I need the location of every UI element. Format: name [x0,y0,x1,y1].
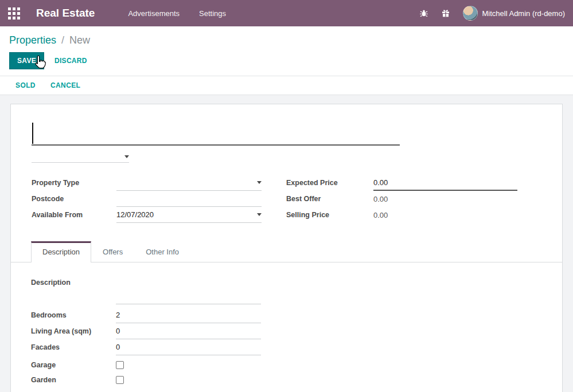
best-offer-label: Best Offer [286,195,373,203]
tab-bar: Description Offers Other Info [11,241,562,262]
garden-checkbox[interactable] [116,376,124,384]
field-row-garden: Garden [31,373,542,387]
facades-value: 0 [116,343,120,351]
breadcrumb: Properties / New [9,34,564,46]
best-offer-text: 0.00 [373,195,388,203]
selling-price-label: Selling Price [286,211,373,219]
sold-button[interactable]: SOLD [15,79,36,92]
garage-label: Garage [31,361,116,369]
tab-other-info[interactable]: Other Info [134,241,190,262]
facades-input[interactable]: 0 [116,339,261,355]
avatar [463,6,478,21]
gift-icon[interactable] [441,9,450,18]
top-menu: Advertisements Settings [127,7,227,20]
app-window: Real Estate Advertisements Settings [0,0,573,392]
menu-settings[interactable]: Settings [198,7,227,20]
garage-checkbox[interactable] [116,361,124,369]
bedrooms-label: Bedrooms [31,311,116,319]
selling-price-value: 0.00 [373,207,517,223]
breadcrumb-new: New [69,34,90,46]
control-panel-buttons: SAVE DISCARD [9,52,564,69]
field-row-postcode: Postcode [32,191,286,207]
garden-area-input[interactable]: 0 [116,387,261,392]
postcode-input[interactable] [116,191,262,207]
field-row-garage: Garage [31,358,542,373]
tab-offers[interactable]: Offers [91,241,134,262]
notebook: Description Offers Other Info Descriptio… [11,241,562,392]
top-navbar: Real Estate Advertisements Settings [0,0,573,26]
user-menu[interactable]: Mitchell Admin (rd-demo) [463,6,566,21]
tags-input[interactable] [32,146,129,163]
menu-advertisements[interactable]: Advertisements [127,7,181,20]
expected-price-input[interactable]: 0.00 [373,175,517,191]
postcode-label: Postcode [32,195,116,203]
selling-price-text: 0.00 [373,211,388,219]
expected-price-value: 0.00 [373,178,388,187]
chevron-down-icon[interactable] [257,181,262,184]
field-row-living-area: Living Area (sqm) 0 [31,323,542,339]
field-row-facades: Facades 0 [31,339,542,355]
main-field-group: Property Type Postcode Available Fr [32,175,541,223]
expected-price-label: Expected Price [286,179,373,187]
chevron-down-icon[interactable] [257,213,262,216]
apps-grid-icon[interactable] [8,7,20,19]
cancel-button[interactable]: CANCEL [50,79,80,92]
field-row-bedrooms: Bedrooms 2 [31,307,542,323]
bedrooms-value: 2 [116,311,120,319]
field-row-expected-price: Expected Price 0.00 [286,175,541,191]
field-row-available-from: Available From 12/07/2020 [32,207,286,223]
field-row-selling-price: Selling Price 0.00 [286,207,541,223]
property-type-label: Property Type [32,179,116,187]
user-name: Mitchell Admin (rd-demo) [482,9,566,18]
best-offer-value: 0.00 [373,191,517,207]
statusbar: SOLD CANCEL [0,76,573,95]
field-row-best-offer: Best Offer 0.00 [286,191,541,207]
breadcrumb-properties[interactable]: Properties [9,34,56,46]
available-from-input[interactable]: 12/07/2020 [116,207,262,223]
property-type-input[interactable] [116,175,262,191]
facades-label: Facades [31,343,116,351]
description-label: Description [31,277,116,287]
description-input[interactable] [116,277,261,304]
chevron-down-icon[interactable] [124,155,129,158]
bug-icon[interactable] [419,9,428,18]
bedrooms-input[interactable]: 2 [116,307,261,323]
living-area-label: Living Area (sqm) [31,327,116,335]
living-area-value: 0 [116,327,120,335]
breadcrumb-separator: / [59,34,67,46]
living-area-input[interactable]: 0 [116,323,261,339]
field-row-property-type: Property Type [32,175,286,191]
available-from-value: 12/07/2020 [116,210,154,219]
tab-content-description: Description Bedrooms 2 Living Area (sqm)… [11,262,562,392]
right-column: Expected Price 0.00 Best Offer 0.00 Sell… [286,175,541,223]
field-row-description: Description [31,277,542,304]
control-panel: Properties / New SAVE DISCARD [0,26,573,76]
save-button[interactable]: SAVE [9,52,44,69]
left-column: Property Type Postcode Available Fr [32,175,286,223]
tab-description[interactable]: Description [31,241,91,262]
field-row-garden-area: Garden Area (sqm) 0 [31,387,542,392]
app-title[interactable]: Real Estate [36,7,95,19]
garden-label: Garden [31,376,116,384]
property-name-input[interactable] [32,121,400,146]
form-sheet: Property Type Postcode Available Fr [10,104,563,392]
available-from-label: Available From [32,211,116,219]
form-background: Property Type Postcode Available Fr [0,95,573,392]
topbar-right: Mitchell Admin (rd-demo) [419,6,566,21]
text-caret [32,123,33,144]
discard-button[interactable]: DISCARD [52,53,89,69]
